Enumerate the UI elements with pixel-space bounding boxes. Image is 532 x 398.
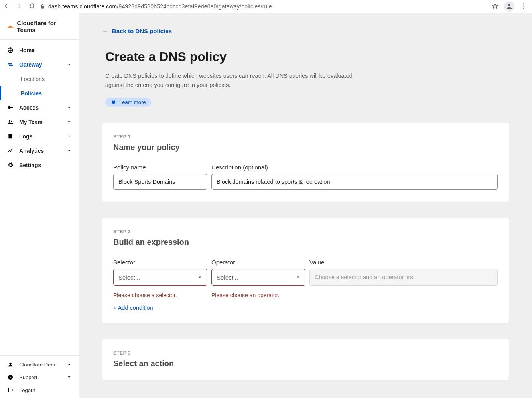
lock-icon [40, 4, 45, 9]
gear-icon [7, 162, 14, 168]
svg-rect-8 [10, 107, 13, 108]
book-icon [111, 100, 116, 105]
sidebar-nav: Home Gateway Locations Policies Access M… [0, 40, 79, 355]
svg-point-0 [508, 4, 510, 6]
svg-text:?: ? [10, 375, 12, 379]
brand[interactable]: Cloudflare for Teams [0, 13, 79, 40]
sidebar: Cloudflare for Teams Home Gateway Locati… [0, 13, 79, 398]
support-label: Support [19, 374, 37, 380]
operator-dropdown[interactable]: Select... [211, 269, 305, 286]
sidebar-item-analytics[interactable]: Analytics [0, 144, 79, 158]
learn-more-label: Learn more [119, 99, 146, 105]
sidebar-item-label: Home [19, 47, 35, 53]
learn-more-chip[interactable]: Learn more [105, 98, 151, 107]
step1-card: STEP 1 Name your policy Policy name Desc… [102, 123, 509, 202]
step1-label: STEP 1 [113, 134, 498, 140]
help-icon: ? [7, 374, 14, 380]
sidebar-item-label: Access [19, 104, 39, 111]
logout-icon [7, 387, 14, 393]
support-link[interactable]: ? Support [0, 371, 79, 384]
sidebar-item-myteam[interactable]: My Team [0, 115, 79, 129]
access-icon [7, 104, 14, 111]
chevron-down-icon [296, 275, 300, 280]
operator-placeholder: Select... [217, 274, 238, 281]
chevron-up-icon [67, 61, 71, 68]
selector-label: Selector [113, 259, 207, 266]
url-host: dash.teams.cloudflare.com [48, 3, 117, 10]
account-switcher[interactable]: Cloudflare Demo d… [0, 358, 79, 371]
star-icon[interactable] [491, 2, 499, 11]
step1-title: Name your policy [113, 143, 498, 152]
add-condition-button[interactable]: + Add condition [113, 305, 498, 311]
svg-rect-6 [9, 65, 13, 66]
chevron-down-icon [197, 275, 202, 280]
step3-label: STEP 3 [113, 350, 498, 356]
sidebar-item-label: Gateway [19, 61, 42, 68]
chevron-down-icon [67, 133, 71, 140]
svg-rect-11 [8, 134, 12, 139]
main-scroll[interactable]: ← Back to DNS policies Create a DNS poli… [79, 13, 532, 398]
brand-name: Cloudflare for Teams [17, 20, 72, 33]
svg-point-12 [9, 363, 11, 365]
menu-icon[interactable] [520, 2, 527, 11]
gateway-icon [7, 61, 14, 68]
logout-link[interactable]: Logout [0, 384, 79, 396]
sidebar-item-policies[interactable]: Policies [21, 86, 79, 100]
step3-title: Select an action [113, 359, 498, 368]
profile-avatar[interactable] [504, 1, 514, 12]
step2-label: STEP 2 [113, 229, 498, 234]
policy-description-label: Description (optional) [211, 164, 498, 171]
chevron-down-icon [67, 362, 71, 368]
team-icon [7, 119, 14, 125]
sidebar-item-home[interactable]: Home [0, 43, 79, 57]
svg-point-9 [9, 120, 10, 122]
svg-rect-5 [8, 63, 12, 65]
svg-point-2 [523, 5, 524, 6]
sidebar-item-label: Analytics [19, 148, 44, 154]
operator-label: Operator [211, 259, 305, 266]
back-link-label: Back to DNS policies [112, 28, 172, 34]
policy-name-input[interactable] [113, 174, 207, 190]
chevron-down-icon [67, 104, 71, 111]
sidebar-footer: Cloudflare Demo d… ? Support Logout [0, 355, 79, 398]
step2-title: Build an expression [113, 238, 498, 247]
svg-point-1 [523, 3, 524, 4]
chevron-down-icon [67, 119, 71, 125]
chevron-down-icon [67, 374, 71, 380]
svg-point-7 [8, 106, 11, 109]
svg-point-10 [11, 120, 12, 122]
policy-description-input[interactable] [211, 174, 498, 190]
value-label: Value [309, 259, 498, 266]
step3-card: STEP 3 Select an action [102, 339, 509, 380]
globe-icon [7, 47, 14, 53]
analytics-icon [7, 148, 14, 154]
page-title: Create a DNS policy [105, 49, 509, 64]
back-icon[interactable] [3, 3, 10, 10]
operator-error: Please choose an operator. [211, 292, 305, 298]
forward-icon[interactable] [16, 3, 23, 10]
page-description: Create DNS policies to define which webs… [105, 71, 361, 90]
sidebar-item-access[interactable]: Access [0, 100, 79, 115]
address-bar[interactable]: dash.teams.cloudflare.com/94923d9d580b52… [40, 3, 487, 10]
policy-name-label: Policy name [113, 164, 207, 171]
account-name: Cloudflare Demo d… [19, 362, 61, 368]
user-icon [7, 361, 14, 368]
sidebar-item-gateway[interactable]: Gateway [0, 57, 79, 72]
brand-icon [7, 24, 14, 29]
sidebar-item-label: My Team [19, 119, 43, 125]
sidebar-item-logs[interactable]: Logs [0, 129, 79, 144]
selector-dropdown[interactable]: Select... [113, 269, 207, 286]
arrow-left-icon: ← [102, 28, 108, 34]
selector-placeholder: Select... [118, 274, 140, 281]
sidebar-item-locations[interactable]: Locations [21, 72, 79, 86]
sidebar-item-settings[interactable]: Settings [0, 158, 79, 172]
browser-toolbar: dash.teams.cloudflare.com/94923d9d580b52… [0, 0, 532, 13]
value-input-disabled: Choose a selector and an operator first [309, 269, 498, 286]
back-link[interactable]: ← Back to DNS policies [102, 28, 172, 34]
main-content: ← Back to DNS policies Create a DNS poli… [79, 13, 532, 398]
step2-card: STEP 2 Build an expression Selector Sele… [102, 218, 509, 323]
sidebar-item-label: Settings [19, 162, 41, 168]
reload-icon[interactable] [29, 3, 36, 10]
logout-label: Logout [19, 387, 35, 393]
sidebar-item-label: Logs [19, 133, 32, 140]
